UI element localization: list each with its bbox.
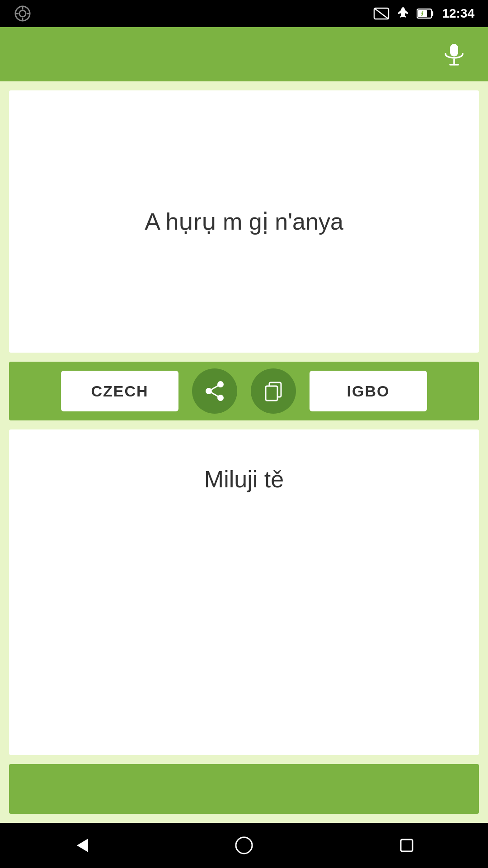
svg-marker-24 <box>77 839 88 852</box>
translation-top-panel[interactable]: A hụrụ m gị n'anya <box>9 90 479 353</box>
svg-point-25 <box>236 837 252 854</box>
bottom-action-bar <box>9 764 479 814</box>
home-button[interactable] <box>226 827 262 863</box>
copy-button[interactable] <box>251 368 296 414</box>
time-display: 12:34 <box>442 6 474 21</box>
svg-line-20 <box>209 384 221 391</box>
status-right: 12:34 <box>373 6 474 21</box>
svg-rect-26 <box>401 840 413 851</box>
svg-rect-9 <box>432 11 433 16</box>
back-button[interactable] <box>63 827 99 863</box>
airplane-icon <box>396 6 410 21</box>
mic-button[interactable] <box>438 38 470 70</box>
battery-icon <box>417 7 434 20</box>
main-content: A hụrụ m gị n'anya CZECH IGBO Miluji tě <box>0 81 488 823</box>
svg-point-1 <box>19 10 26 17</box>
translation-bottom-panel[interactable]: Miluji tě <box>9 429 479 755</box>
svg-line-7 <box>374 8 389 19</box>
translated-text: Miluji tě <box>186 457 302 502</box>
source-language-button[interactable]: CZECH <box>61 371 178 411</box>
source-text: A hụrụ m gị n'anya <box>127 190 361 253</box>
status-left <box>14 5 32 23</box>
share-button[interactable] <box>192 368 237 414</box>
svg-rect-14 <box>450 44 458 57</box>
target-language-button[interactable]: IGBO <box>310 371 427 411</box>
language-bar: CZECH IGBO <box>9 362 479 420</box>
svg-rect-23 <box>266 386 277 401</box>
app-bar <box>0 27 488 81</box>
status-icons-group <box>373 6 434 21</box>
status-bar: 12:34 <box>0 0 488 27</box>
nav-bar <box>0 823 488 868</box>
recents-button[interactable] <box>389 827 425 863</box>
no-sim-icon <box>373 7 389 20</box>
svg-line-21 <box>209 391 221 398</box>
settings-icon <box>14 5 32 23</box>
